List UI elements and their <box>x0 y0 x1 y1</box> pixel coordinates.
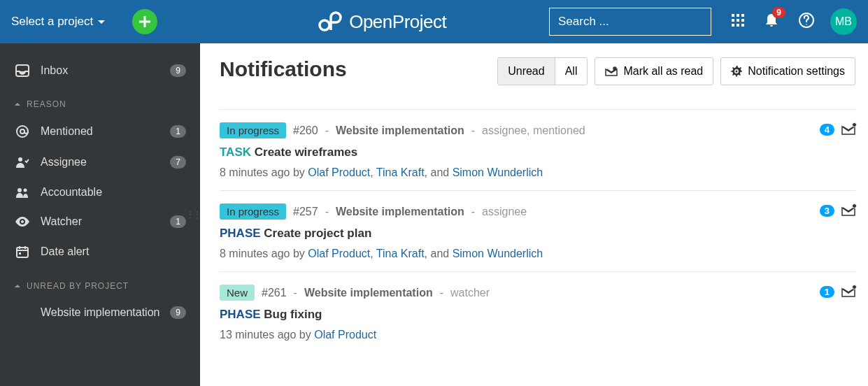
notification-count-badge: 1 <box>820 286 834 298</box>
calendar-icon <box>14 245 31 259</box>
openproject-logo-icon <box>318 11 342 32</box>
svg-rect-8 <box>732 19 734 22</box>
status-badge: In progress <box>220 203 286 220</box>
svg-rect-11 <box>732 24 734 27</box>
sidebar-item-count: 9 <box>170 306 186 319</box>
filter-unread-button[interactable]: Unread <box>498 58 554 85</box>
svg-rect-27 <box>19 252 21 255</box>
unread-dot-icon <box>852 122 857 127</box>
chevron-down-icon <box>97 17 106 26</box>
sidebar-section-reason[interactable]: REASON <box>0 85 200 116</box>
svg-rect-6 <box>737 14 739 17</box>
help-button[interactable] <box>798 12 815 31</box>
actor-link[interactable]: Simon Wunderlich <box>453 248 543 259</box>
svg-point-19 <box>18 157 22 162</box>
sidebar-item-count: 1 <box>170 215 186 228</box>
actor-link[interactable]: Simon Wunderlich <box>453 166 543 178</box>
gear-icon <box>731 66 742 77</box>
sidebar-resize-handle[interactable]: ⋮⋮ <box>186 210 200 220</box>
svg-rect-13 <box>741 24 744 27</box>
notification-time: 8 minutes ago by <box>220 166 308 178</box>
notification-actions: 3 <box>820 203 855 260</box>
notification-row[interactable]: In progress#260-Website implementation-a… <box>220 109 855 190</box>
notification-actions: 4 <box>820 122 855 179</box>
app-header: Select a project OpenProject 9 MB <box>0 0 868 43</box>
svg-point-2 <box>320 20 329 30</box>
notification-time: 13 minutes ago by <box>220 329 314 341</box>
sidebar-item-label: Assignee <box>41 156 170 169</box>
sidebar-item-date-alert[interactable]: Date alert <box>0 236 200 267</box>
work-package-subject: Create wireframes <box>255 145 357 159</box>
page-title: Notifications <box>220 57 347 81</box>
project-selector[interactable]: Select a project <box>11 15 106 29</box>
mark-read-button[interactable] <box>841 205 855 219</box>
sidebar-section-label: UNREAD BY PROJECT <box>27 281 129 291</box>
work-package-type: TASK <box>220 145 251 159</box>
sidebar-item-accountable[interactable]: Accountable <box>0 178 200 207</box>
eye-icon <box>14 217 31 227</box>
actor-link[interactable]: Olaf Product <box>314 329 376 341</box>
svg-rect-5 <box>732 14 734 17</box>
sidebar-section-label: REASON <box>27 99 66 109</box>
notification-content: In progress#257-Website implementation-a… <box>220 203 820 260</box>
mark-read-button[interactable] <box>841 124 855 138</box>
notification-content: In progress#260-Website implementation-a… <box>220 122 820 179</box>
notification-reason: watcher <box>450 287 490 299</box>
mark-read-button[interactable] <box>841 286 855 300</box>
help-icon <box>798 12 815 29</box>
modules-button[interactable] <box>731 13 745 30</box>
search-input[interactable] <box>558 15 706 29</box>
sidebar-item-watcher[interactable]: Watcher1 <box>0 207 200 236</box>
brand-logo[interactable]: OpenProject <box>318 11 446 33</box>
search-box[interactable] <box>549 8 711 36</box>
unread-dot-icon <box>852 285 857 290</box>
mention-icon <box>14 124 31 138</box>
notification-settings-button[interactable]: Notification settings <box>720 57 855 85</box>
actor-link[interactable]: Olaf Product <box>308 166 370 178</box>
sidebar: Inbox 9 REASON Mentioned1Assignee7Accoun… <box>0 43 200 386</box>
sidebar-item-label: Accountable <box>41 186 186 199</box>
add-button[interactable] <box>132 9 157 34</box>
svg-point-17 <box>17 126 28 137</box>
notification-list: In progress#260-Website implementation-a… <box>220 109 855 352</box>
notification-content: New#261-Website implementation-watcherPH… <box>220 285 820 341</box>
sidebar-project-item[interactable]: Website implementation9 <box>0 298 200 327</box>
main-content: Notifications Unread All Mark all as rea… <box>200 43 868 386</box>
filter-all-button[interactable]: All <box>555 58 588 85</box>
actor-link[interactable]: Tina Kraft <box>376 248 425 259</box>
sidebar-item-count: 1 <box>170 125 186 138</box>
work-package-subject: Bug fixing <box>264 308 322 321</box>
sidebar-item-label: Inbox <box>41 64 170 77</box>
work-package-type: PHASE <box>220 227 261 240</box>
sidebar-item-count: 9 <box>170 64 186 77</box>
svg-point-20 <box>17 188 22 192</box>
notification-settings-label: Notification settings <box>748 65 845 78</box>
work-package-subject: Create project plan <box>264 227 371 240</box>
sidebar-item-mentioned[interactable]: Mentioned1 <box>0 116 200 147</box>
notification-reason: assignee <box>482 206 527 218</box>
status-badge: In progress <box>220 122 286 138</box>
notification-row[interactable]: New#261-Website implementation-watcherPH… <box>220 271 855 352</box>
brand-text: OpenProject <box>349 11 446 33</box>
project-selector-label: Select a project <box>11 15 93 29</box>
svg-point-15 <box>806 24 807 25</box>
work-package-id: #261 <box>262 287 287 299</box>
notification-row[interactable]: In progress#257-Website implementation-a… <box>220 190 855 271</box>
user-avatar[interactable]: MB <box>830 8 857 35</box>
notification-reason: assignee, mentioned <box>482 124 585 137</box>
work-package-id: #260 <box>293 124 318 137</box>
sidebar-item-inbox[interactable]: Inbox 9 <box>0 56 200 85</box>
project-name: Website implementation <box>336 124 464 137</box>
filter-toggle: Unread All <box>497 57 588 85</box>
sidebar-section-project[interactable]: UNREAD BY PROJECT <box>0 267 200 298</box>
actor-link[interactable]: Olaf Product <box>308 248 370 259</box>
people-icon <box>14 187 31 198</box>
actor-link[interactable]: Tina Kraft <box>376 166 425 178</box>
svg-point-22 <box>21 220 24 223</box>
sidebar-item-assignee[interactable]: Assignee7 <box>0 147 200 178</box>
notifications-button[interactable]: 9 <box>764 13 778 31</box>
mark-all-read-button[interactable]: Mark all as read <box>595 57 713 85</box>
user-check-icon <box>14 155 31 169</box>
notification-actions: 1 <box>820 285 855 341</box>
plus-icon <box>138 15 151 28</box>
